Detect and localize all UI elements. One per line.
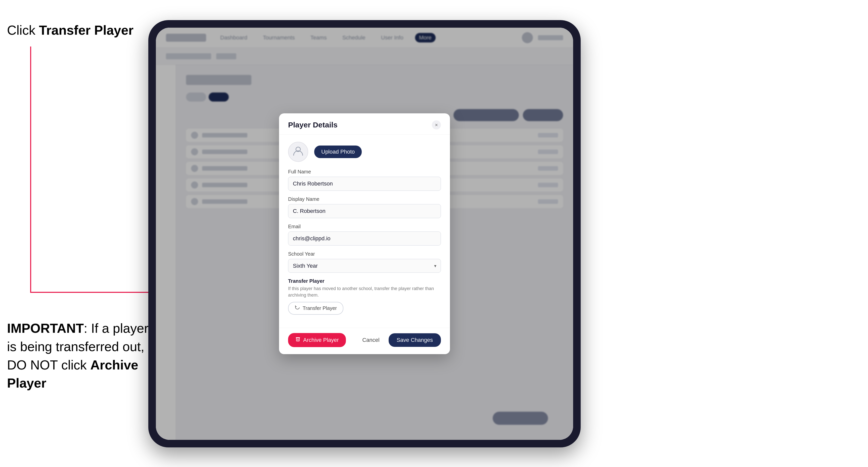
school-year-group: School Year First Year Second Year Third… (288, 251, 441, 273)
modal-title: Player Details (288, 121, 338, 129)
transfer-section-label: Transfer Player (288, 278, 441, 284)
display-name-label: Display Name (288, 196, 441, 202)
school-year-select[interactable]: First Year Second Year Third Year Fourth… (288, 259, 441, 273)
cancel-button[interactable]: Cancel (357, 333, 384, 347)
upload-photo-button[interactable]: Upload Photo (314, 146, 362, 158)
tablet-screen: Dashboard Tournaments Teams Schedule Use… (156, 28, 573, 440)
modal-overlay: Player Details × (156, 28, 573, 440)
full-name-input[interactable] (288, 177, 441, 191)
school-year-select-wrapper: First Year Second Year Third Year Fourth… (288, 259, 441, 273)
email-input[interactable] (288, 231, 441, 246)
instruction-top: Click Transfer Player (7, 23, 133, 38)
display-name-group: Display Name (288, 196, 441, 218)
modal-header: Player Details × (279, 113, 450, 135)
modal-close-button[interactable]: × (432, 120, 441, 129)
full-name-label: Full Name (288, 169, 441, 175)
instruction-important: IMPORTANT (7, 321, 84, 336)
archive-player-label: Archive Player (303, 337, 339, 343)
display-name-input[interactable] (288, 204, 441, 218)
player-details-modal: Player Details × (279, 113, 450, 354)
full-name-group: Full Name (288, 169, 441, 191)
instruction-bold: Transfer Player (39, 23, 133, 37)
instruction-bottom: IMPORTANT: If a player is being transfer… (7, 319, 153, 392)
instruction-prefix: Click (7, 23, 39, 37)
annotation-line-vertical (30, 46, 31, 293)
save-changes-button[interactable]: Save Changes (389, 333, 441, 347)
transfer-player-section: Transfer Player If this player has moved… (288, 278, 441, 314)
modal-footer: Archive Player Cancel Save Changes (279, 328, 450, 354)
archive-player-button[interactable]: Archive Player (288, 333, 346, 347)
transfer-player-label: Transfer Player (303, 305, 337, 311)
person-icon (292, 145, 304, 159)
tablet-device: Dashboard Tournaments Teams Schedule Use… (148, 20, 581, 447)
archive-icon (295, 337, 301, 344)
email-label: Email (288, 224, 441, 229)
modal-body: Upload Photo Full Name Display Name (279, 135, 450, 328)
avatar-placeholder (288, 142, 308, 162)
school-year-label: School Year (288, 251, 441, 257)
email-group: Email (288, 224, 441, 246)
svg-rect-1 (296, 337, 300, 338)
transfer-player-button[interactable]: Transfer Player (288, 302, 343, 315)
transfer-section-description: If this player has moved to another scho… (288, 285, 441, 298)
transfer-icon (294, 305, 300, 312)
photo-upload-row: Upload Photo (288, 142, 441, 162)
